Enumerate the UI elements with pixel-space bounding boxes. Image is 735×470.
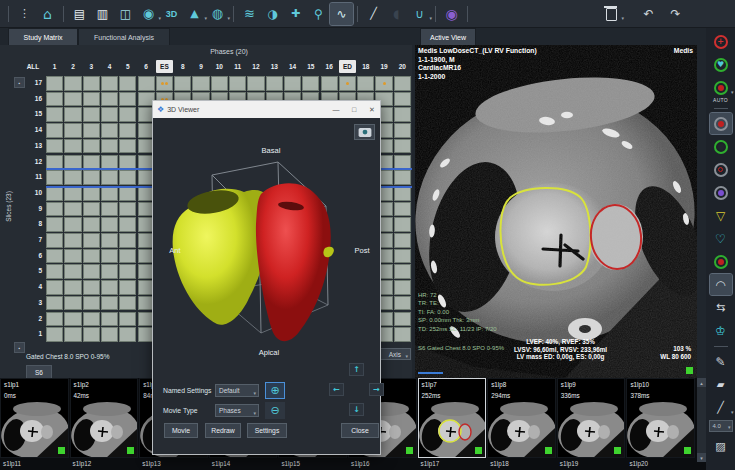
- matrix-cell-s4-1[interactable]: [46, 280, 63, 295]
- matrix-cell-s9-3[interactable]: [83, 202, 100, 217]
- crescent-icon[interactable]: ◖: [385, 3, 408, 25]
- matrix-cell-s16-4[interactable]: [101, 92, 118, 107]
- matrix-cell-s15-5[interactable]: [119, 107, 136, 122]
- matrix-cell-s15-2[interactable]: [64, 107, 81, 122]
- matrix-cell-s17-18[interactable]: [357, 76, 374, 91]
- filmstrip-thumb-s1lp10[interactable]: s1lp10378ms: [626, 378, 695, 458]
- matrix-row-label-9[interactable]: 9: [22, 205, 42, 212]
- matrix-row-label-15[interactable]: 15: [22, 110, 42, 117]
- matrix-cell-s16-2[interactable]: [64, 92, 81, 107]
- matrix-cell-s10-3[interactable]: [83, 186, 100, 201]
- matrix-cell-s5-5[interactable]: [119, 264, 136, 279]
- matrix-cell-s12-2[interactable]: [64, 155, 81, 170]
- matrix-cell-s4-4[interactable]: [101, 280, 118, 295]
- matrix-cell-s7-3[interactable]: [83, 233, 100, 248]
- filmstrip-scroll-up[interactable]: ▴: [697, 378, 706, 387]
- matrix-cell-s17-9[interactable]: [192, 76, 209, 91]
- matrix-cell-s12-4[interactable]: [101, 155, 118, 170]
- curve-tool-icon[interactable]: ∿: [330, 3, 353, 25]
- matrix-row-label-4[interactable]: 4: [22, 283, 42, 290]
- pencil-icon[interactable]: ✎: [710, 351, 732, 372]
- matrix-cell-s10-2[interactable]: [64, 186, 81, 201]
- matrix-cell-s14-2[interactable]: [64, 123, 81, 138]
- matrix-row-label-3[interactable]: 3: [22, 299, 42, 306]
- matrix-cell-s17-19[interactable]: [375, 76, 392, 91]
- u-tool-icon[interactable]: ∪▾: [408, 3, 431, 25]
- matrix-cell-s1-1[interactable]: [46, 327, 63, 342]
- matrix-col-header-1[interactable]: 1: [46, 60, 63, 73]
- matrix-cell-s1-2[interactable]: [64, 327, 81, 342]
- close-button[interactable]: Close: [341, 423, 379, 438]
- minimize-button[interactable]: —: [328, 103, 344, 116]
- matrix-row-label-10[interactable]: 10: [22, 189, 42, 196]
- movie-icon[interactable]: ◉▾: [137, 3, 160, 25]
- matrix-cell-s10-5[interactable]: [119, 186, 136, 201]
- matrix-cell-s14-3[interactable]: [83, 123, 100, 138]
- matrix-cell-s17-5[interactable]: [119, 76, 136, 91]
- matrix-col-header-ALL[interactable]: ALL: [22, 60, 44, 73]
- matrix-cell-s14-1[interactable]: [46, 123, 63, 138]
- matrix-cell-s7-1[interactable]: [46, 233, 63, 248]
- matrix-cell-s17-10[interactable]: [211, 76, 228, 91]
- rv-epi-icon[interactable]: [710, 182, 732, 203]
- tab-active-view[interactable]: Active View: [420, 28, 476, 45]
- matrix-col-header-5[interactable]: 5: [119, 60, 136, 73]
- matrix-col-header-15[interactable]: 15: [302, 60, 319, 73]
- matrix-cell-s12-3[interactable]: [83, 155, 100, 170]
- movie-button[interactable]: Movie: [164, 423, 198, 438]
- swap-contours-icon[interactable]: ⇆: [710, 297, 732, 318]
- lv-endo-icon[interactable]: [710, 113, 732, 134]
- shield-icon[interactable]: ◉: [440, 3, 463, 25]
- matrix-cell-s17-3[interactable]: [83, 76, 100, 91]
- matrix-cell-s17-4[interactable]: [101, 76, 118, 91]
- filmstrip-thumb-s1lp9[interactable]: s1lp9336ms: [557, 378, 626, 458]
- matrix-col-header-6[interactable]: 6: [138, 60, 155, 73]
- add-contour-icon[interactable]: +: [710, 31, 732, 52]
- auto-detect-icon[interactable]: ▾: [710, 77, 732, 98]
- maximize-button[interactable]: □: [346, 103, 362, 116]
- arc-tool-icon[interactable]: ◠: [710, 274, 732, 295]
- cone-icon[interactable]: ▲▾: [183, 3, 206, 25]
- contrast-icon[interactable]: ◑: [261, 3, 284, 25]
- matrix-cell-s11-5[interactable]: [119, 170, 136, 185]
- matrix-cell-s5-3[interactable]: [83, 264, 100, 279]
- matrix-cell-s3-2[interactable]: [64, 296, 81, 311]
- papillary-icon[interactable]: ♔: [710, 320, 732, 341]
- layout-icon[interactable]: ▥: [91, 3, 114, 25]
- matrix-cell-s5-20[interactable]: [394, 264, 411, 279]
- rotate-up-button[interactable]: ↑: [349, 363, 364, 376]
- ra-contour-icon[interactable]: ♡: [710, 228, 732, 249]
- matrix-col-header-18[interactable]: 18: [357, 60, 374, 73]
- rotate-right-button[interactable]: →: [369, 383, 384, 396]
- matrix-row-label-7[interactable]: 7: [22, 236, 42, 243]
- matrix-cell-s7-2[interactable]: [64, 233, 81, 248]
- rotate-down-button[interactable]: ↓: [349, 403, 364, 416]
- dropdown-caret[interactable]: ▾: [429, 16, 432, 21]
- matrix-cell-s11-4[interactable]: [101, 170, 118, 185]
- filmstrip-thumb-s1lp2[interactable]: s1lp242ms: [70, 378, 139, 458]
- matrix-cell-s17-20[interactable]: [394, 76, 411, 91]
- viewer3d-titlebar[interactable]: ❖ 3D Viewer — □ ✕: [153, 101, 380, 118]
- matrix-cell-s9-20[interactable]: [394, 202, 411, 217]
- matrix-cell-s14-5[interactable]: [119, 123, 136, 138]
- matrix-col-header-19[interactable]: 19: [375, 60, 392, 73]
- matrix-cell-s2-1[interactable]: [46, 312, 63, 327]
- rv-endo-icon[interactable]: [710, 159, 732, 180]
- matrix-cell-s11-20[interactable]: [394, 170, 411, 185]
- redo-icon[interactable]: ↷: [664, 3, 687, 25]
- matrix-cell-s5-4[interactable]: [101, 264, 118, 279]
- viewer3d-scene[interactable]: Basal Ant Post Apical: [153, 118, 380, 381]
- scroll-indicator[interactable]: [418, 372, 443, 374]
- matrix-col-header-2[interactable]: 2: [64, 60, 81, 73]
- matrix-cell-s5-1[interactable]: [46, 264, 63, 279]
- matrix-cell-s4-2[interactable]: [64, 280, 81, 295]
- matrix-cell-s9-4[interactable]: [101, 202, 118, 217]
- redraw-button[interactable]: Redraw: [205, 423, 241, 438]
- matrix-cell-s9-2[interactable]: [64, 202, 81, 217]
- rotate-left-button[interactable]: ←: [329, 383, 344, 396]
- matrix-col-header-9[interactable]: 9: [192, 60, 209, 73]
- eraser-icon[interactable]: ▰: [710, 374, 732, 395]
- matrix-cell-s6-4[interactable]: [101, 249, 118, 264]
- filmstrip-thumb-s1lp1[interactable]: s1lp10ms: [0, 378, 69, 458]
- matrix-cell-s17-1[interactable]: [46, 76, 63, 91]
